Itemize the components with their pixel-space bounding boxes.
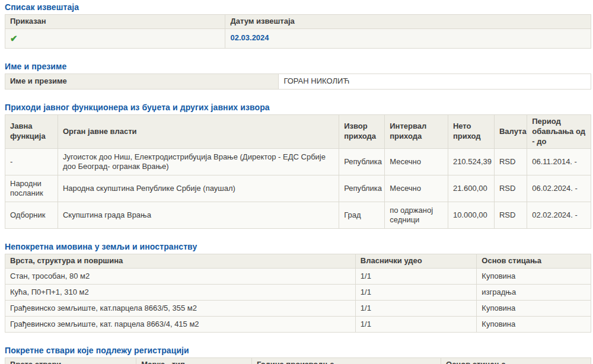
column-header: Врста, структура и површина	[5, 254, 356, 269]
movables-table: Врста ствариМарка - типГодина производње…	[5, 357, 591, 364]
column-header: Година производње	[251, 358, 441, 364]
column-header: Основ стицања	[477, 254, 591, 269]
table-cell: 10.000,00	[448, 202, 494, 229]
table-header-row: Врста ствариМарка - типГодина производње…	[5, 358, 591, 364]
column-header: Власнички удео	[355, 254, 477, 269]
table-cell: изградња	[477, 285, 591, 301]
table-cell: Град	[339, 202, 385, 229]
table-cell: Грађевинско земљиште, кат.парцела 8663/5…	[5, 301, 356, 317]
table-cell: Народна скупштина Републике Србије (пауш…	[58, 175, 339, 202]
column-header: Марка - тип	[136, 358, 252, 364]
report-list-table: Приказан Датум извештаја ✔ 02.03.2024	[5, 14, 591, 49]
name-section-title: Име и презиме	[5, 62, 591, 71]
section-name: Име и презиме Име и презиме ГОРАН НИКОЛИ…	[5, 62, 591, 90]
table-row: Народни посланикНародна скупштина Републ…	[5, 175, 591, 202]
table-cell: 1/1	[355, 285, 477, 301]
table-cell: Република	[339, 175, 385, 202]
name-row: Име и презиме ГОРАН НИКОЛИЋ	[5, 74, 591, 89]
table-header-row: Врста, структура и површинаВласнички уде…	[5, 254, 591, 269]
table-cell: 21.600,00	[448, 175, 494, 202]
table-cell: Месечно	[385, 175, 448, 202]
table-cell: 06.11.2014. -	[527, 149, 591, 175]
name-label-cell: Име и презиме	[5, 74, 279, 89]
report-date-cell: 02.03.2024	[225, 28, 591, 48]
checkmark-icon: ✔	[10, 33, 18, 43]
name-table: Име и презиме ГОРАН НИКОЛИЋ	[5, 74, 591, 90]
table-cell: Грађевинско земљиште, кат. парцела 8663/…	[5, 317, 356, 333]
table-cell: Куповина	[477, 269, 591, 285]
real-estate-table: Врста, структура и површинаВласнички уде…	[5, 254, 591, 333]
column-header: Врста ствари	[5, 358, 136, 364]
report-list-header-row: Приказан Датум извештаја	[5, 15, 591, 29]
report-date-link[interactable]: 02.03.2024	[230, 33, 269, 42]
table-cell: Кућа, П0+П+1, 310 м2	[5, 285, 356, 301]
table-cell: -	[5, 149, 58, 175]
column-header-shown: Приказан	[5, 15, 225, 29]
real-estate-section-title: Непокретна имовина у земљи и иностранств…	[5, 242, 591, 251]
name-value-cell: ГОРАН НИКОЛИЋ	[279, 74, 591, 89]
table-cell: Одборник	[5, 202, 58, 229]
table-cell: Стан, трособан, 80 м2	[5, 269, 356, 285]
column-header: Интервал прихода	[385, 114, 448, 149]
table-cell: 06.02.2024. -	[527, 175, 591, 202]
table-cell: RSD	[494, 202, 527, 229]
table-cell: Народни посланик	[5, 175, 58, 202]
table-cell: Република	[339, 149, 385, 175]
table-cell: Југоисток доо Ниш, Електродистрибуција В…	[58, 149, 339, 175]
table-cell: 210.524,39	[448, 149, 494, 175]
income-table: Јавна функцијаОрган јавне властиИзвор пр…	[5, 114, 591, 229]
table-cell: RSD	[494, 175, 527, 202]
table-header-row: Јавна функцијаОрган јавне властиИзвор пр…	[5, 114, 591, 149]
table-cell: 1/1	[355, 317, 477, 333]
column-header: Јавна функција	[5, 114, 58, 149]
movables-section-title: Покретне ствари које подлежу регистрациј…	[5, 346, 591, 355]
table-cell: 02.02.2024. -	[527, 202, 591, 229]
section-movables: Покретне ствари које подлежу регистрациј…	[5, 346, 591, 364]
table-cell: Куповина	[477, 301, 591, 317]
table-row: Грађевинско земљиште, кат.парцела 8663/5…	[5, 301, 591, 317]
table-cell: Куповина	[477, 317, 591, 333]
column-header: Период обављања од - до	[527, 114, 591, 149]
table-row: Грађевинско земљиште, кат. парцела 8663/…	[5, 317, 591, 333]
table-row: Стан, трособан, 80 м21/1Куповина	[5, 269, 591, 285]
column-header: Валута	[494, 114, 527, 149]
table-cell: 1/1	[355, 301, 477, 317]
table-cell: 1/1	[355, 269, 477, 285]
column-header: Основ стицања	[441, 358, 591, 364]
section-real-estate: Непокретна имовина у земљи и иностранств…	[5, 242, 591, 333]
asset-declaration-page: { "colors": { "heading_blue": "#1159a5",…	[0, 0, 593, 364]
table-cell: RSD	[494, 149, 527, 175]
table-cell: Месечно	[385, 149, 448, 175]
table-cell: по одржаној седници	[385, 202, 448, 229]
table-row: ОдборникСкупштина града ВрањаГрадпо одрж…	[5, 202, 591, 229]
column-header: Извор прихода	[339, 114, 385, 149]
income-section-title: Приходи јавног функционера из буџета и д…	[5, 103, 591, 112]
section-report-list: Списак извештаја Приказан Датум извештај…	[5, 2, 591, 49]
table-row: -Југоисток доо Ниш, Електродистрибуција …	[5, 149, 591, 175]
column-header-report-date: Датум извештаја	[225, 15, 591, 29]
column-header: Нето приход	[448, 114, 494, 149]
column-header: Орган јавне власти	[58, 114, 339, 149]
table-row: Кућа, П0+П+1, 310 м21/1изградња	[5, 285, 591, 301]
section-income: Приходи јавног функционера из буџета и д…	[5, 103, 591, 229]
report-list-row: ✔ 02.03.2024	[5, 28, 591, 48]
report-list-title: Списак извештаја	[5, 2, 591, 12]
table-cell: Скупштина града Врања	[58, 202, 339, 229]
shown-cell: ✔	[5, 28, 225, 48]
